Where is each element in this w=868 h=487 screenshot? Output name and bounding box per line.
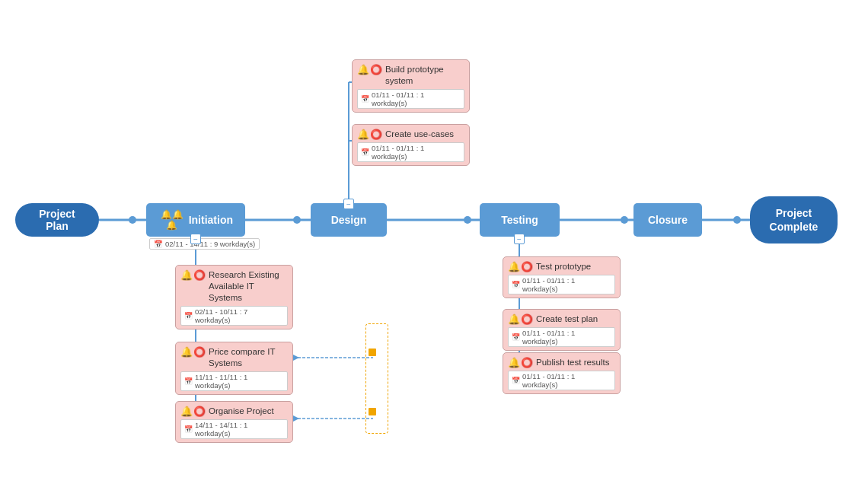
organise-date: 📅 14/11 - 14/11 : 1 workday(s): [180, 419, 288, 439]
research-date: 📅 02/11 - 10/11 : 7 workday(s): [180, 306, 288, 326]
test-prototype-card[interactable]: 🔔⭕ Test prototype 📅 01/11 - 01/11 : 1 wo…: [503, 256, 621, 298]
research-existing-card[interactable]: 🔔⭕ Research Existing Available IT System…: [175, 265, 293, 329]
create-use-cases-date-text: 01/11 - 01/11 : 1 workday(s): [372, 144, 461, 161]
orange-connector-1: [369, 349, 376, 356]
research-title: Research Existing Available IT Systems: [209, 269, 288, 304]
build-prototype-date-text: 01/11 - 01/11 : 1 workday(s): [372, 91, 461, 107]
initiation-subtasks-box: [365, 323, 388, 434]
test-prototype-title: Test prototype: [536, 261, 591, 272]
project-plan-node[interactable]: Project Plan: [15, 203, 99, 237]
build-prototype-date: 📅 01/11 - 01/11 : 1 workday(s): [357, 89, 464, 109]
initiation-toggle[interactable]: −: [190, 234, 201, 244]
initiation-icons: 🔔🔔🔔: [158, 209, 186, 231]
research-date-text: 02/11 - 10/11 : 7 workday(s): [195, 307, 284, 324]
price-compare-card[interactable]: 🔔⭕ Price compare IT Systems 📅 11/11 - 11…: [175, 342, 293, 395]
calendar-icon: 📅: [184, 377, 193, 385]
calendar-icon: 📅: [361, 148, 369, 156]
price-compare-icons: 🔔⭕: [180, 347, 206, 357]
build-prototype-card[interactable]: 🔔⭕ Build prototype system 📅 01/11 - 01/1…: [352, 59, 470, 113]
initiation-label: Initiation: [189, 214, 233, 226]
orange-connector-2: [369, 408, 376, 415]
project-complete-label: Project Complete: [770, 206, 819, 234]
create-use-cases-title: Create use-cases: [385, 129, 454, 140]
svg-point-8: [621, 216, 628, 224]
calendar-icon: 📅: [512, 281, 520, 288]
price-compare-title: Price compare IT Systems: [209, 346, 288, 369]
create-test-plan-icons: 🔔⭕: [508, 314, 533, 324]
research-icons: 🔔⭕: [180, 270, 206, 280]
build-prototype-title: Build prototype system: [385, 64, 464, 87]
create-test-plan-card[interactable]: 🔔⭕ Create test plan 📅 01/11 - 01/11 : 1 …: [503, 309, 621, 351]
design-toggle[interactable]: −: [343, 199, 354, 209]
project-complete-node[interactable]: Project Complete: [750, 196, 838, 244]
calendar-icon: 📅: [361, 95, 369, 103]
project-plan-label: Project Plan: [29, 208, 85, 232]
initiation-node[interactable]: 🔔🔔🔔 Initiation: [146, 203, 245, 237]
svg-point-7: [464, 216, 471, 224]
test-prototype-icons: 🔔⭕: [508, 262, 533, 272]
create-test-plan-date: 📅 01/11 - 01/11 : 1 workday(s): [508, 327, 615, 347]
publish-test-results-card[interactable]: 🔔⭕ Publish test results 📅 01/11 - 01/11 …: [503, 352, 621, 394]
project-diagram: Project Plan 🔔🔔🔔 Initiation 📅 02/11 - 14…: [0, 0, 868, 487]
create-test-plan-date-text: 01/11 - 01/11 : 1 workday(s): [522, 329, 611, 345]
testing-toggle[interactable]: −: [514, 234, 525, 244]
calendar-icon: 📅: [184, 425, 193, 433]
svg-marker-24: [293, 415, 299, 422]
publish-title: Publish test results: [536, 357, 610, 368]
svg-marker-23: [293, 355, 299, 361]
publish-icons: 🔔⭕: [508, 358, 533, 368]
calendar-icon: 📅: [512, 333, 520, 341]
initiation-date-text: 02/11 - 14/11 : 9 workday(s): [165, 240, 255, 248]
create-use-cases-icons: 🔔⭕: [357, 129, 382, 139]
create-use-cases-card[interactable]: 🔔⭕ Create use-cases 📅 01/11 - 01/11 : 1 …: [352, 124, 470, 166]
create-test-plan-title: Create test plan: [536, 314, 598, 325]
initiation-date: 📅 02/11 - 14/11 : 9 workday(s): [149, 238, 260, 250]
calendar-icon: 📅: [154, 240, 163, 248]
calendar-icon: 📅: [184, 312, 193, 320]
testing-label: Testing: [501, 214, 538, 226]
organise-title: Organise Project: [209, 406, 274, 417]
organise-date-text: 14/11 - 14/11 : 1 workday(s): [195, 421, 284, 438]
organise-icons: 🔔⭕: [180, 406, 206, 416]
organise-project-card[interactable]: 🔔⭕ Organise Project 📅 14/11 - 14/11 : 1 …: [175, 401, 293, 443]
publish-date-text: 01/11 - 01/11 : 1 workday(s): [522, 372, 611, 389]
design-label: Design: [331, 214, 367, 226]
closure-node[interactable]: Closure: [633, 203, 702, 237]
price-compare-date: 📅 11/11 - 11/11 : 1 workday(s): [180, 371, 288, 391]
svg-point-5: [129, 216, 136, 224]
svg-point-6: [293, 216, 301, 224]
svg-point-9: [733, 216, 741, 224]
testing-node[interactable]: Testing: [480, 203, 560, 237]
test-prototype-date: 📅 01/11 - 01/11 : 1 workday(s): [508, 275, 615, 294]
publish-date: 📅 01/11 - 01/11 : 1 workday(s): [508, 371, 615, 390]
create-use-cases-date: 📅 01/11 - 01/11 : 1 workday(s): [357, 142, 464, 162]
price-compare-date-text: 11/11 - 11/11 : 1 workday(s): [195, 373, 284, 390]
test-prototype-date-text: 01/11 - 01/11 : 1 workday(s): [522, 276, 611, 293]
calendar-icon: 📅: [512, 377, 520, 384]
closure-label: Closure: [648, 214, 688, 226]
build-prototype-icons: 🔔⭕: [357, 65, 382, 75]
